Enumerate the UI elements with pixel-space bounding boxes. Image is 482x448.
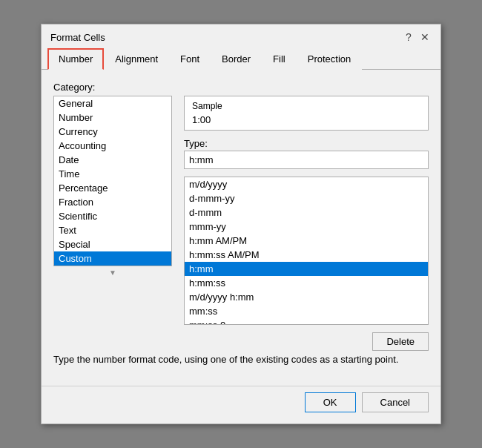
category-item[interactable]: General: [54, 96, 171, 111]
sample-label: Sample: [192, 101, 420, 111]
format-code-item[interactable]: h:mm: [185, 262, 428, 276]
category-item[interactable]: Number: [54, 111, 171, 125]
category-item[interactable]: Date: [54, 153, 171, 167]
category-item[interactable]: Accounting: [54, 139, 171, 153]
main-row: GeneralNumberCurrencyAccountingDateTimeP…: [53, 96, 429, 351]
title-bar-controls: ? ✕: [402, 30, 432, 44]
category-item[interactable]: Currency: [54, 125, 171, 139]
format-cells-dialog: Format Cells ? ✕ Number Alignment Font B…: [41, 24, 441, 424]
category-item[interactable]: Text: [54, 223, 171, 237]
dialog-title: Format Cells: [50, 32, 105, 43]
type-input[interactable]: [184, 151, 429, 169]
category-item[interactable]: Special: [54, 237, 171, 251]
format-code-item[interactable]: mmm-yy: [185, 220, 428, 234]
category-label: Category:: [53, 82, 429, 93]
type-label: Type:: [184, 138, 429, 149]
category-list[interactable]: GeneralNumberCurrencyAccountingDateTimeP…: [53, 96, 172, 266]
format-code-item[interactable]: h:mm:ss AM/PM: [185, 248, 428, 262]
sample-value: 1:00: [192, 114, 420, 125]
category-list-container: GeneralNumberCurrencyAccountingDateTimeP…: [53, 96, 172, 351]
category-item[interactable]: Scientific: [54, 209, 171, 223]
ok-button[interactable]: OK: [305, 392, 356, 412]
tab-fill[interactable]: Fill: [262, 48, 297, 70]
help-button[interactable]: ?: [402, 30, 415, 44]
format-code-item[interactable]: d-mmm: [185, 205, 428, 220]
format-code-item[interactable]: h:mm:ss: [185, 276, 428, 290]
format-code-item[interactable]: m/d/yyyy: [185, 177, 428, 191]
format-code-item[interactable]: mm:ss.0: [185, 318, 428, 325]
category-item[interactable]: Fraction: [54, 195, 171, 209]
close-button[interactable]: ✕: [418, 30, 432, 44]
tab-border[interactable]: Border: [211, 48, 262, 70]
type-section: Type:: [184, 138, 429, 169]
tab-font[interactable]: Font: [169, 48, 211, 70]
hint-text: Type the number format code, using one o…: [53, 354, 429, 371]
format-code-item[interactable]: h:mm AM/PM: [185, 234, 428, 248]
sample-box: Sample 1:00: [184, 96, 429, 131]
title-bar: Format Cells ? ✕: [42, 24, 440, 48]
format-code-item[interactable]: mm:ss: [185, 304, 428, 318]
tab-protection[interactable]: Protection: [297, 48, 363, 70]
tab-alignment[interactable]: Alignment: [104, 48, 169, 70]
cancel-button[interactable]: Cancel: [362, 392, 429, 412]
format-code-item[interactable]: d-mmm-yy: [185, 191, 428, 205]
delete-button[interactable]: Delete: [372, 332, 429, 351]
delete-btn-row: Delete: [184, 332, 429, 351]
format-list-container[interactable]: m/d/yyyyd-mmm-yyd-mmmmmm-yyh:mm AM/PMh:m…: [184, 177, 429, 325]
category-item[interactable]: Percentage: [54, 181, 171, 195]
tab-bar: Number Alignment Font Border Fill Protec…: [42, 48, 440, 70]
dialog-content: Category: GeneralNumberCurrencyAccountin…: [42, 70, 440, 383]
category-item[interactable]: Time: [54, 167, 171, 181]
bottom-buttons: OK Cancel: [42, 386, 440, 423]
right-panel: Sample 1:00 Type: m/d/yyyyd-mmm-yyd-mmmm…: [184, 96, 429, 351]
tab-number[interactable]: Number: [47, 48, 104, 70]
category-item[interactable]: Custom: [54, 251, 171, 266]
format-code-item[interactable]: m/d/yyyy h:mm: [185, 290, 428, 304]
format-list: m/d/yyyyd-mmm-yyd-mmmmmm-yyh:mm AM/PMh:m…: [185, 177, 428, 325]
category-scroll-down[interactable]: ▼: [53, 266, 172, 278]
